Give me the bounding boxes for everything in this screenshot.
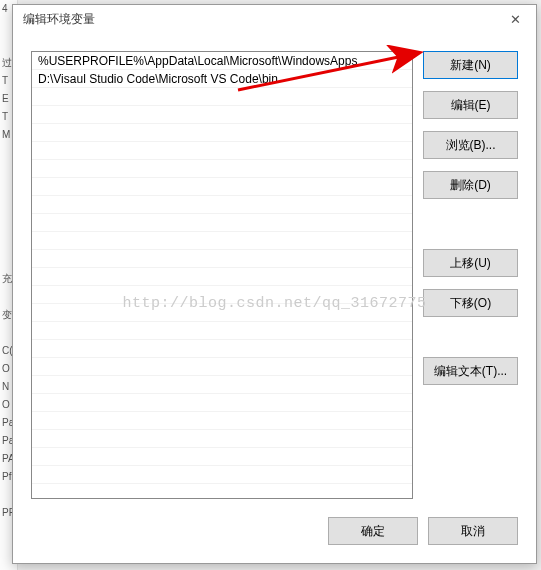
edit-button[interactable]: 编辑(E): [423, 91, 518, 119]
browse-button[interactable]: 浏览(B)...: [423, 131, 518, 159]
bottom-buttons: 确定 取消: [31, 517, 518, 545]
edit-text-button[interactable]: 编辑文本(T)...: [423, 357, 518, 385]
ok-button[interactable]: 确定: [328, 517, 418, 545]
side-buttons: 新建(N) 编辑(E) 浏览(B)... 删除(D) 上移(U) 下移(O) 编…: [423, 51, 518, 499]
main-area: %USERPROFILE%\AppData\Local\Microsoft\Wi…: [31, 51, 518, 499]
move-down-button[interactable]: 下移(O): [423, 289, 518, 317]
list-item[interactable]: %USERPROFILE%\AppData\Local\Microsoft\Wi…: [32, 52, 412, 70]
list-item[interactable]: D:\Visaul Studio Code\Microsoft VS Code\…: [32, 70, 412, 88]
edit-env-var-dialog: 编辑环境变量 ✕ %USERPROFILE%\AppData\Local\Mic…: [12, 4, 537, 564]
new-button[interactable]: 新建(N): [423, 51, 518, 79]
delete-button[interactable]: 删除(D): [423, 171, 518, 199]
close-icon: ✕: [510, 12, 521, 27]
path-listbox[interactable]: %USERPROFILE%\AppData\Local\Microsoft\Wi…: [31, 51, 413, 499]
cancel-button[interactable]: 取消: [428, 517, 518, 545]
list-empty-lines: [32, 88, 412, 498]
titlebar: 编辑环境变量 ✕: [13, 5, 536, 33]
dialog-content: %USERPROFILE%\AppData\Local\Microsoft\Wi…: [13, 33, 536, 563]
dialog-title: 编辑环境变量: [23, 11, 95, 28]
close-button[interactable]: ✕: [498, 6, 532, 32]
move-up-button[interactable]: 上移(U): [423, 249, 518, 277]
